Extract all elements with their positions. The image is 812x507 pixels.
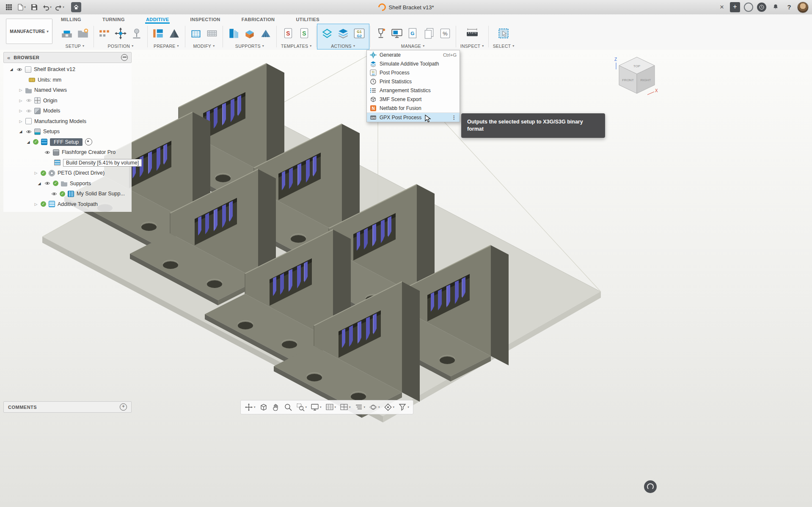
tab-inspection[interactable]: INSPECTION [189,16,221,24]
menu-item-simulate-additive-toolpath[interactable]: Simulate Additive Toolpath [367,59,460,68]
help-icon[interactable]: ? [785,3,793,11]
group-caption-manage[interactable]: MANAGE [401,42,425,49]
comments-panel[interactable]: COMMENTS [3,401,132,413]
group-caption-templates[interactable]: TEMPLATES [281,42,312,49]
fit-view-button[interactable]: ▾ [245,403,256,411]
select-tool-icon[interactable] [497,27,510,40]
active-setup-radio-icon[interactable] [85,138,92,145]
grid-display-button[interactable]: ▾ [325,403,336,411]
templates-library-icon[interactable] [423,27,435,40]
save-icon[interactable] [29,2,40,13]
tab-milling[interactable]: MILLING [60,16,82,24]
template-export-icon[interactable]: S [282,27,295,40]
tree-item-build-density[interactable]: Build Density [5.41% by volume] [3,158,132,168]
tree-item-supports[interactable]: Supports [3,178,132,189]
group-caption-setup[interactable]: SETUP [66,42,85,49]
visibility-eye-icon[interactable] [16,68,22,71]
expand-arrow-icon[interactable] [34,171,38,175]
extensions-icon[interactable] [71,2,81,12]
move-icon[interactable] [114,27,127,40]
app-grid-menu-icon[interactable] [3,2,14,13]
visibility-eye-icon[interactable] [25,130,32,134]
tree-item-additive-toolpath[interactable]: Additive Toolpath [3,199,132,210]
mesh-edit-icon[interactable] [190,27,202,40]
bar-supports-icon[interactable] [227,27,240,40]
collapse-panel-icon[interactable] [7,55,10,61]
pan-hand-button[interactable] [272,403,280,411]
menu-item-print-statistics[interactable]: Print Statistics [367,77,460,86]
expand-arrow-icon[interactable] [9,67,14,71]
new-setup-icon[interactable] [77,27,89,40]
view-cube[interactable]: TOP FRONT RIGHT Z X [614,57,658,95]
assistant-button[interactable] [644,480,657,493]
selection-filter-button[interactable]: ▾ [398,403,409,411]
group-caption-select[interactable]: SELECT [493,42,515,49]
tree-item-units[interactable]: Units: mm [3,75,132,85]
group-caption-position[interactable]: POSITION [108,42,134,49]
group-caption-actions[interactable]: ACTIONS [331,42,355,49]
place-on-platform-icon[interactable] [130,27,143,40]
display-settings-button[interactable]: ▾ [311,403,322,411]
undo-icon[interactable]: ▾ [41,2,52,13]
tree-item-shelf-bracket[interactable]: Shelf Bracket v12 [3,64,132,75]
selected-setup-label[interactable]: FFF Setup [50,138,83,146]
menu-item-generate[interactable]: Generate Ctrl+G [367,50,460,59]
generate-toolpath-icon[interactable] [321,27,333,40]
volume-supports-icon[interactable] [243,27,256,40]
solid-supports-icon[interactable] [259,27,272,40]
mesh-repair-icon[interactable] [206,27,218,40]
zoom-window-button[interactable]: ▾ [296,403,307,411]
machine-library-icon[interactable] [391,27,403,40]
visibility-eye-off-icon[interactable] [25,109,32,113]
clock-status-icon[interactable] [757,3,766,12]
tree-item-origin[interactable]: Origin [3,96,132,106]
redo-icon[interactable]: ▾ [54,2,65,13]
visibility-eye-icon[interactable] [51,192,57,196]
add-comment-icon[interactable] [120,403,127,411]
viewports-button[interactable]: ▾ [340,403,351,411]
tab-utilities[interactable]: UTILITIES [295,16,320,24]
tree-item-named-views[interactable]: Named Views [3,85,132,96]
new-document-tab-icon[interactable]: + [730,2,740,12]
orbit-button[interactable]: ▾ [369,403,380,411]
expand-arrow-icon[interactable] [19,88,23,92]
visual-style-button[interactable]: ▾ [355,403,366,411]
minimize-supports-icon[interactable] [168,27,181,40]
file-menu-icon[interactable]: ▾ [16,2,27,13]
expand-arrow-icon[interactable] [19,109,23,113]
expand-arrow-icon[interactable] [19,129,23,134]
expand-arrow-icon[interactable] [26,140,30,144]
look-at-button[interactable]: ▾ [384,403,395,411]
visibility-eye-icon[interactable] [44,151,50,154]
arrange-icon[interactable] [98,27,111,40]
post-process-icon[interactable]: G1G2 [353,27,366,40]
expand-arrow-icon[interactable] [19,99,23,103]
visibility-eye-icon[interactable] [44,181,50,185]
user-avatar[interactable] [797,2,809,13]
job-status-icon[interactable] [744,3,753,12]
tree-item-fff-setup[interactable]: FFF Setup [3,137,132,148]
milling-setup-icon[interactable] [61,27,73,40]
tree-item-flashforge-creator-pro[interactable]: Flashforge Creator Pro [3,147,132,158]
group-caption-prepare[interactable]: PREPARE [154,42,179,49]
measure-icon[interactable] [466,27,479,40]
expand-arrow-icon[interactable] [34,202,38,206]
tree-item-manufacturing-models[interactable]: Manufacturing Models [3,116,132,127]
simulate-toolpath-icon[interactable] [337,27,350,40]
notifications-bell-icon[interactable] [770,2,781,13]
task-manager-icon[interactable]: % [439,27,451,40]
visibility-eye-off-icon[interactable] [25,99,32,102]
menu-item-post-process[interactable]: G1G2 Post Process [367,68,460,77]
expand-arrow-icon[interactable] [19,119,23,123]
tree-item-setups[interactable]: Setups [3,126,132,137]
menu-item-gpx-post-process[interactable]: GPX GPX Post Process [367,112,460,122]
orientation-icon[interactable] [152,27,165,40]
zoom-button[interactable] [284,403,292,411]
tree-item-my-solid-bar-support[interactable]: My Solid Bar Supp... [3,189,132,199]
tab-turning[interactable]: TURNING [102,16,126,24]
menu-item-netfabb-for-fusion[interactable]: N Netfabb for Fusion [367,104,460,112]
menu-item-arrangement-statistics[interactable]: Arrangement Statistics [367,86,460,95]
tab-additive[interactable]: ADDITIVE [145,16,170,24]
group-caption-inspect[interactable]: INSPECT [460,42,484,49]
minimize-panel-icon[interactable] [121,54,128,61]
